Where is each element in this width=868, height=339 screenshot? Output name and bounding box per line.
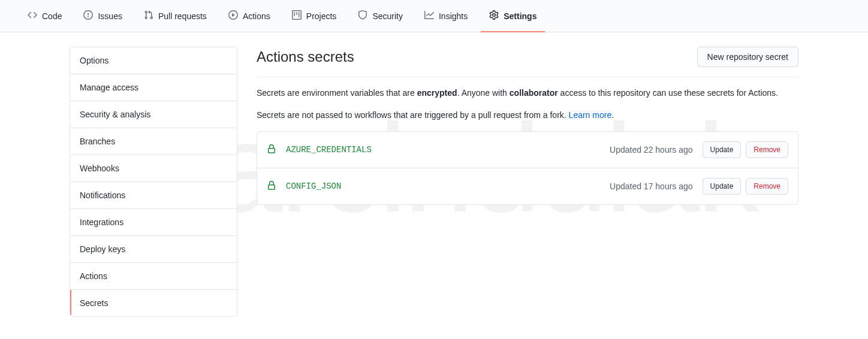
page-header: Actions secrets New repository secret [257,47,798,77]
main-content: Actions secrets New repository secret Se… [257,47,798,317]
sidebar-item-actions[interactable]: Actions [70,263,237,290]
secret-actions: UpdateRemove [703,178,788,195]
lock-icon [267,144,276,156]
secret-name[interactable]: AZURE_CREDENTIALS [286,145,600,155]
sidebar-item-webhooks[interactable]: Webhooks [70,155,237,182]
topnav-label: Code [42,11,62,21]
topnav-issues[interactable]: Issues [75,1,130,32]
new-repository-secret-button[interactable]: New repository secret [697,47,798,67]
topnav-label: Settings [504,11,537,21]
pr-icon [144,10,153,22]
remove-secret-button[interactable]: Remove [746,141,788,158]
secret-updated: Updated 17 hours ago [610,181,693,191]
sidebar-item-branches[interactable]: Branches [70,128,237,155]
sidebar-item-manage-access[interactable]: Manage access [70,74,237,101]
desc-text: . [611,110,614,120]
description-line-1: Secrets are environment variables that a… [257,87,798,99]
topnav-insights[interactable]: Insights [416,1,476,32]
gear-icon [489,10,499,22]
desc-text: Secrets are environment variables that a… [257,88,417,98]
topnav-code[interactable]: Code [19,1,70,32]
sidebar-item-secrets[interactable]: Secrets [70,290,237,316]
topnav-projects[interactable]: Projects [284,1,345,32]
secret-actions: UpdateRemove [703,141,788,158]
topnav-label: Actions [243,11,270,21]
update-secret-button[interactable]: Update [703,178,742,195]
issue-icon [83,10,93,22]
secret-row: CONFIG_JSONUpdated 17 hours agoUpdateRem… [257,168,798,204]
topnav-label: Pull requests [158,11,207,21]
repo-topnav: CodeIssuesPull requestsActionsProjectsSe… [0,0,868,32]
page-title: Actions secrets [257,49,354,65]
remove-secret-button[interactable]: Remove [746,178,788,195]
topnav-label: Insights [439,11,468,21]
sidebar-item-options[interactable]: Options [70,47,237,74]
learn-more-link[interactable]: Learn more [569,110,612,120]
graph-icon [424,10,434,22]
description: Secrets are environment variables that a… [257,87,798,122]
secret-updated: Updated 22 hours ago [610,145,693,155]
description-line-2: Secrets are not passed to workflows that… [257,109,798,122]
desc-text: . Anyone with [457,88,510,98]
secret-name[interactable]: CONFIG_JSON [286,181,600,191]
topnav-label: Issues [98,11,122,21]
topnav-label: Projects [306,11,337,21]
sidebar-item-notifications[interactable]: Notifications [70,182,237,209]
sidebar-item-deploy-keys[interactable]: Deploy keys [70,236,237,263]
code-icon [28,10,37,22]
desc-text: Secrets are not passed to workflows that… [257,110,569,120]
topnav-pull-requests[interactable]: Pull requests [135,1,215,32]
sidebar-item-security-analysis[interactable]: Security & analysis [70,101,237,128]
play-icon [228,10,238,22]
topnav-actions[interactable]: Actions [220,1,279,32]
settings-sidebar: OptionsManage accessSecurity & analysisB… [70,47,237,317]
topnav-label: Security [372,11,403,21]
topnav-settings[interactable]: Settings [481,1,545,32]
desc-bold-collaborator: collaborator [510,88,558,98]
lock-icon [267,181,276,192]
secret-row: AZURE_CREDENTIALSUpdated 22 hours agoUpd… [257,132,798,168]
update-secret-button[interactable]: Update [703,141,742,158]
desc-text: access to this repository can use these … [558,88,778,98]
shield-icon [358,10,367,22]
topnav-security[interactable]: Security [349,1,411,32]
sidebar-item-integrations[interactable]: Integrations [70,209,237,236]
project-icon [292,10,302,22]
desc-bold-encrypted: encrypted [417,88,457,98]
secrets-list: AZURE_CREDENTIALSUpdated 22 hours agoUpd… [257,131,798,205]
